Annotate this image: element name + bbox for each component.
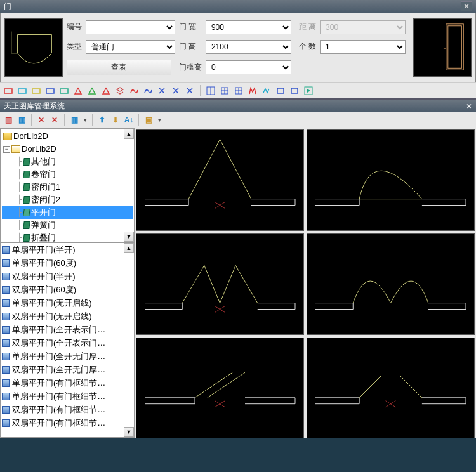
list-item[interactable]: 双扇平开门(无开启线): [1, 310, 134, 323]
list-item[interactable]: 双扇平开门(全开表示门…: [1, 336, 134, 350]
layers-icon[interactable]: [114, 85, 126, 96]
list-item[interactable]: 双扇平开门(有门框细节…: [1, 403, 134, 416]
thumbnail[interactable]: [307, 129, 475, 231]
sort-icon[interactable]: A↓: [123, 114, 135, 126]
list-item-label: 双扇平开门(无开启线): [12, 310, 92, 322]
width-select[interactable]: 900: [206, 20, 291, 34]
tree-item[interactable]: ├卷帘门: [2, 168, 133, 181]
block-icon: [2, 353, 10, 360]
tri-green-icon[interactable]: [86, 85, 98, 96]
scroll-down-icon[interactable]: ▼: [124, 232, 134, 242]
path-blue-icon[interactable]: [142, 85, 154, 96]
block-icon: [2, 326, 10, 334]
height-select[interactable]: 2100: [206, 40, 291, 54]
list-item[interactable]: 单扇平开门(全开无门厚…: [1, 350, 134, 363]
scroll-up-icon[interactable]: ▲: [124, 243, 134, 253]
list-item[interactable]: 单扇平开门(无开启线): [1, 296, 134, 310]
thumbnail[interactable]: [136, 129, 304, 231]
tri-red2-icon[interactable]: [100, 85, 112, 96]
library-titlebar[interactable]: 天正图库管理系统 ✕: [0, 100, 476, 112]
list-item[interactable]: 双扇平开门(有门框细节…: [1, 416, 134, 429]
list-item[interactable]: 单扇平开门(有门框细节…: [1, 390, 134, 403]
tool-blue-icon[interactable]: [156, 85, 168, 96]
list-item[interactable]: 单扇平开门(60度): [1, 256, 134, 270]
tree-item[interactable]: ├折叠门: [2, 232, 133, 242]
rect-blue-icon[interactable]: [44, 85, 56, 96]
book-icon: [23, 209, 30, 216]
path-red-icon[interactable]: [128, 85, 140, 96]
thumbnail[interactable]: [136, 233, 304, 335]
check-blue-icon[interactable]: [205, 85, 216, 96]
down-icon[interactable]: ⬇: [110, 114, 121, 126]
play-icon[interactable]: [303, 85, 314, 96]
rect-yellow-icon[interactable]: [30, 85, 42, 96]
list-item-label: 单扇平开门(无开启线): [12, 297, 92, 309]
label-width: 门 宽: [179, 22, 202, 32]
m-red-icon[interactable]: [247, 85, 258, 96]
close-icon[interactable]: ✕: [461, 1, 472, 11]
thumbnail[interactable]: [307, 338, 475, 438]
thumbnail-area[interactable]: [135, 128, 476, 438]
delete2-icon[interactable]: ✕: [49, 114, 60, 126]
block-icon: [2, 246, 10, 254]
rect-red-icon[interactable]: [3, 85, 14, 96]
close-icon[interactable]: ✕: [466, 102, 472, 111]
label-sill: 门槛高: [179, 62, 202, 73]
tree-item[interactable]: ├密闭门2: [2, 193, 133, 206]
grid-blue-icon[interactable]: [219, 85, 230, 96]
door-list[interactable]: 单扇平开门(半开)单扇平开门(60度)双扇平开门(半开)双扇平开门(60度)单扇…: [0, 242, 135, 438]
lookup-button[interactable]: 查表: [67, 60, 171, 75]
rect-cyan-icon[interactable]: [17, 85, 28, 96]
door-preview-2d: [4, 18, 63, 77]
list-item[interactable]: 单扇平开门(半开): [1, 243, 134, 256]
list-item[interactable]: 双扇平开门(全开无门厚…: [1, 363, 134, 376]
zig-cyan-icon[interactable]: [261, 85, 272, 96]
delete-icon[interactable]: ✕: [36, 114, 47, 126]
sill-select[interactable]: 0: [206, 60, 291, 74]
collapse-icon[interactable]: −: [3, 146, 10, 153]
number-select[interactable]: [86, 20, 175, 34]
grid-blue2-icon[interactable]: [233, 85, 244, 96]
door-dialog-titlebar[interactable]: 门 ✕: [0, 0, 476, 13]
screen-icon[interactable]: [275, 85, 286, 96]
tree-item[interactable]: ├密闭门1: [2, 181, 133, 193]
view-icon[interactable]: ▦: [69, 114, 80, 126]
tree-item-label: 密闭门1: [31, 181, 60, 193]
tree-item[interactable]: ├平开门: [2, 206, 133, 219]
open-lib-icon[interactable]: ▥: [16, 114, 27, 126]
tree-item-label: 折叠门: [31, 232, 56, 242]
block-icon: [2, 379, 10, 387]
block-icon: [2, 419, 10, 427]
tool-stroke-icon[interactable]: [184, 85, 195, 96]
tool-pick-icon[interactable]: [170, 85, 182, 96]
list-item[interactable]: 双扇平开门(半开): [1, 270, 134, 283]
screen2-icon[interactable]: [289, 85, 300, 96]
library-toolbar: ▤▥✕✕▦▾⬆⬇A↓▣▾: [0, 112, 476, 128]
dropdown-icon[interactable]: ▾: [156, 114, 162, 126]
up-icon[interactable]: ⬆: [96, 114, 108, 126]
distance-select: 300: [320, 20, 406, 34]
new-lib-icon[interactable]: ▤: [3, 114, 14, 126]
count-select[interactable]: 1: [320, 40, 406, 54]
tree-item[interactable]: ├弹簧门: [2, 219, 133, 232]
block-icon: [2, 393, 10, 400]
insert-icon[interactable]: ▣: [143, 114, 154, 126]
dropdown-icon[interactable]: ▾: [82, 114, 88, 126]
scroll-down-icon[interactable]: ▼: [124, 427, 134, 437]
tri-red-icon[interactable]: [72, 85, 84, 96]
svg-rect-6: [46, 89, 54, 93]
list-item[interactable]: 单扇平开门(全开表示门…: [1, 323, 134, 336]
tree-root-label: DorLib2D: [13, 130, 48, 143]
book-icon: [23, 221, 30, 229]
thumbnail[interactable]: [307, 233, 475, 335]
thumbnail[interactable]: [136, 338, 304, 438]
block-icon: [2, 259, 10, 267]
scroll-up-icon[interactable]: ▲: [124, 129, 134, 139]
label-distance: 距 离: [299, 22, 316, 32]
library-tree[interactable]: DorLib2D−DorLib2D├其他门├卷帘门├密闭门1├密闭门2├平开门├…: [0, 128, 135, 242]
tree-item[interactable]: ├其他门: [2, 155, 133, 168]
type-select[interactable]: 普通门: [86, 40, 175, 54]
rect-teal-icon[interactable]: [58, 85, 70, 96]
list-item[interactable]: 单扇平开门(有门框细节…: [1, 376, 134, 390]
list-item[interactable]: 双扇平开门(60度): [1, 283, 134, 296]
